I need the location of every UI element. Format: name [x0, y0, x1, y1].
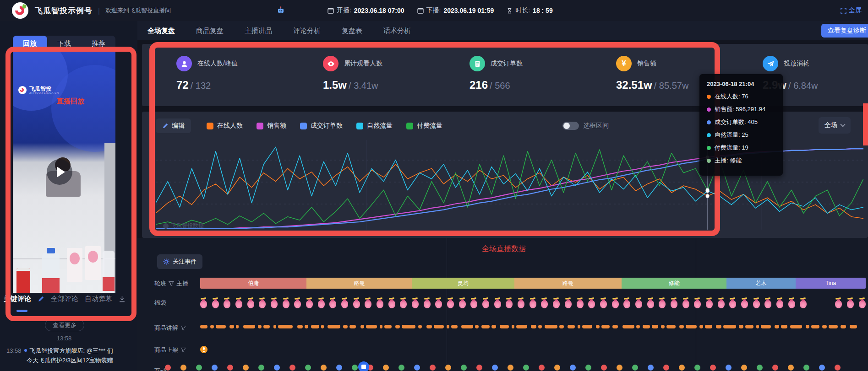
interaction-dot[interactable] — [476, 365, 482, 371]
lucky-bag-icon[interactable] — [200, 301, 207, 308]
lucky-bag-icon[interactable] — [224, 301, 230, 308]
sidebar-tab-2[interactable]: 下载 — [47, 36, 82, 51]
explain-segment[interactable] — [516, 325, 527, 328]
interaction-dot[interactable] — [617, 365, 622, 371]
interaction-dot[interactable] — [694, 365, 700, 371]
shift-segment-修能[interactable]: 修能 — [622, 278, 727, 289]
view-more-button[interactable]: 查看更多 — [45, 319, 84, 331]
explain-segment[interactable] — [822, 325, 827, 328]
lucky-bag-icon[interactable] — [259, 301, 266, 308]
interaction-dot[interactable] — [321, 365, 327, 371]
lucky-bag-icon[interactable] — [353, 301, 360, 308]
range-dropdown[interactable]: 全场 — [819, 117, 851, 134]
explain-segment[interactable] — [380, 325, 382, 328]
explain-segment[interactable] — [829, 325, 838, 328]
lucky-bag-icon[interactable] — [329, 301, 336, 308]
interaction-dot[interactable] — [632, 365, 638, 371]
lucky-bag-icon[interactable] — [553, 301, 560, 308]
interaction-dot[interactable] — [710, 365, 716, 371]
explain-segment[interactable] — [559, 325, 564, 328]
legend-item-5[interactable]: 付费流量 — [406, 122, 442, 130]
host-shift-bar[interactable]: 伯庸路曼灵均路曼修能若木Tina — [200, 278, 866, 289]
nav-tab-6[interactable]: 话术分析 — [383, 27, 411, 35]
lucky-bag-icon[interactable] — [365, 301, 371, 308]
lucky-bag-icon[interactable] — [341, 301, 348, 308]
legend-item-1[interactable]: 在线人数 — [207, 122, 243, 130]
interaction-dot[interactable] — [212, 365, 218, 371]
explain-segment[interactable] — [811, 325, 819, 328]
lucky-bag-icon[interactable] — [729, 301, 736, 308]
funnel-icon[interactable] — [180, 325, 186, 331]
lucky-bag-icon[interactable] — [388, 301, 395, 308]
explain-segment[interactable] — [216, 325, 226, 328]
lucky-bag-icon[interactable] — [518, 301, 524, 308]
lucky-bag-icon[interactable] — [577, 301, 584, 308]
explain-segment[interactable] — [200, 325, 207, 328]
interaction-dot[interactable] — [383, 365, 389, 371]
interaction-dot[interactable] — [227, 365, 233, 371]
tab-auto-danmaku[interactable]: 自动弹幕 — [85, 295, 112, 303]
lucky-bag-icon[interactable] — [623, 301, 630, 308]
interaction-dot[interactable] — [585, 365, 591, 371]
interaction-dot[interactable] — [601, 365, 607, 371]
sidebar-tab-3[interactable]: 推荐 — [81, 36, 115, 51]
interaction-dot[interactable] — [165, 365, 171, 371]
shift-segment-路曼[interactable]: 路曼 — [514, 278, 622, 289]
explain-segment[interactable] — [402, 325, 415, 328]
explain-segment[interactable] — [360, 325, 364, 328]
nav-tab-4[interactable]: 评论分析 — [293, 27, 321, 35]
lucky-bag-icon[interactable] — [424, 301, 431, 308]
lucky-bag-icon[interactable] — [541, 301, 548, 308]
lucky-bag-icon[interactable] — [271, 301, 278, 308]
nav-tab-2[interactable]: 商品复盘 — [196, 27, 224, 35]
explain-segment[interactable] — [622, 325, 634, 328]
interaction-dot[interactable] — [461, 365, 467, 371]
lucky-bag-icon[interactable] — [706, 301, 713, 308]
lucky-bag-icon[interactable] — [470, 301, 477, 308]
explain-segment[interactable] — [278, 325, 293, 328]
explain-segment[interactable] — [679, 325, 684, 328]
interaction-dot[interactable] — [523, 365, 529, 371]
lucky-bag-icon[interactable] — [764, 301, 771, 308]
explain-segment[interactable] — [578, 325, 580, 328]
funnel-icon[interactable] — [180, 347, 186, 353]
interaction-dot[interactable] — [835, 365, 841, 371]
fullscreen-button[interactable]: 全屏 — [841, 6, 862, 15]
interaction-dot[interactable] — [741, 365, 747, 371]
explain-segment[interactable] — [447, 325, 449, 328]
explain-segment[interactable] — [321, 325, 324, 328]
lucky-bag-icon[interactable] — [859, 301, 866, 308]
explain-segment[interactable] — [229, 325, 234, 328]
explain-segment[interactable] — [481, 325, 490, 328]
interaction-dot[interactable] — [554, 365, 560, 371]
interaction-dot[interactable] — [336, 365, 342, 371]
lucky-bag-icon[interactable] — [718, 301, 725, 308]
explain-segment[interactable] — [850, 325, 857, 328]
explain-segment[interactable] — [384, 325, 392, 328]
interaction-dot[interactable] — [414, 365, 420, 371]
lucky-bag-icon[interactable] — [753, 301, 760, 308]
explain-segment[interactable] — [781, 325, 787, 328]
edit-metrics-button[interactable]: 编辑 — [156, 118, 191, 133]
legend-item-4[interactable]: 自然流量 — [356, 122, 393, 130]
explain-segment[interactable] — [666, 325, 676, 328]
lucky-bag-icon[interactable] — [800, 301, 807, 308]
interaction-dot[interactable] — [570, 365, 576, 371]
interaction-dot[interactable] — [274, 365, 280, 371]
explain-segment[interactable] — [343, 325, 348, 328]
interaction-dot[interactable] — [352, 365, 358, 371]
explain-segment[interactable] — [775, 325, 779, 328]
sidebar-tab-1[interactable]: 回放 — [13, 36, 47, 51]
explain-segment[interactable] — [745, 325, 753, 328]
lucky-bag-icon[interactable] — [847, 301, 854, 308]
legend-item-2[interactable]: 销售额 — [257, 122, 286, 130]
explain-segment[interactable] — [434, 325, 444, 328]
lucky-bag-icon[interactable] — [306, 301, 313, 308]
shift-segment-若木[interactable]: 若木 — [726, 278, 796, 289]
explain-segment[interactable] — [512, 325, 514, 328]
live-replay-video[interactable]: 飞瓜智投 ZHITOU.FEIGUA.CN 直播回放 — [13, 51, 115, 293]
explain-segment[interactable] — [739, 325, 743, 328]
explain-segment[interactable] — [418, 325, 422, 328]
lucky-bag-icon[interactable] — [612, 301, 619, 308]
explain-segment[interactable] — [366, 325, 377, 328]
